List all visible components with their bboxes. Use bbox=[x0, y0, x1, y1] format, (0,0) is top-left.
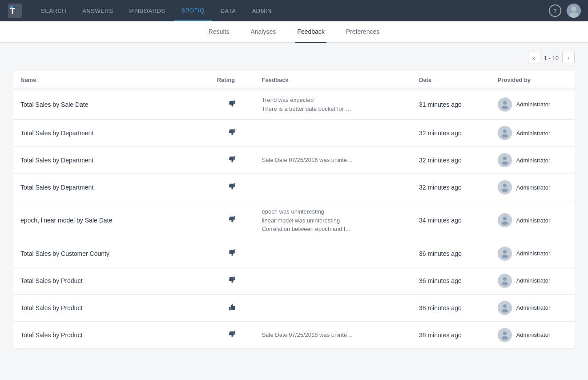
row-feedback-3 bbox=[255, 174, 412, 201]
provider-avatar bbox=[498, 153, 512, 167]
row-date-2: 32 minutes ago bbox=[412, 147, 491, 174]
thumbs-down-icon bbox=[228, 184, 236, 192]
col-header-provided-by: Provided by bbox=[491, 71, 575, 89]
feedback-line: linear model was uninteresting bbox=[262, 216, 405, 225]
svg-point-11 bbox=[503, 184, 507, 187]
feedback-line: epoch was uninteresting bbox=[262, 207, 405, 216]
nav-answers[interactable]: ANSWERS bbox=[75, 0, 120, 21]
feedback-table: Name Rating Feedback Date Provided by To… bbox=[13, 71, 575, 348]
row-rating-6 bbox=[210, 267, 255, 294]
provider-name: Administrator bbox=[516, 331, 551, 338]
nav-spotiq[interactable]: SPOTIQ bbox=[174, 0, 212, 21]
provider-avatar bbox=[498, 126, 512, 140]
row-name-4[interactable]: epoch, linear model by Sale Date bbox=[13, 201, 210, 240]
provider-avatar bbox=[498, 301, 512, 315]
main-content: ‹ 1 - 10 › Name Rating Feedback Date Pro… bbox=[0, 43, 588, 380]
user-avatar[interactable] bbox=[567, 4, 581, 18]
row-rating-2 bbox=[210, 147, 255, 174]
provider-name: Administrator bbox=[516, 184, 551, 191]
provider-name: Administrator bbox=[516, 250, 551, 257]
provider-name: Administrator bbox=[516, 130, 551, 137]
row-date-1: 32 minutes ago bbox=[412, 120, 491, 147]
table-row: Total Sales by Sale Date Trend was expec… bbox=[13, 89, 575, 120]
provider-avatar bbox=[498, 274, 512, 288]
feedback-line: There is a better date bucket for … bbox=[262, 105, 405, 113]
tab-analyses[interactable]: Analyses bbox=[249, 21, 278, 43]
col-header-feedback: Feedback bbox=[255, 71, 412, 89]
provider-avatar bbox=[498, 213, 512, 227]
pagination-bar: ‹ 1 - 10 › bbox=[13, 52, 575, 64]
help-button[interactable]: ? bbox=[549, 4, 561, 17]
feedback-line: Sale Date 07/25/2016 was uninte… bbox=[262, 331, 405, 340]
row-rating-1 bbox=[210, 120, 255, 147]
sub-nav: Results Analyses Feedback Preferences bbox=[0, 21, 588, 43]
thumbs-down-icon bbox=[228, 130, 236, 137]
provider-name: Administrator bbox=[516, 304, 551, 311]
row-name-3[interactable]: Total Sales by Department bbox=[13, 174, 210, 201]
prev-page-button[interactable]: ‹ bbox=[528, 52, 540, 64]
row-name-0[interactable]: Total Sales by Sale Date bbox=[13, 89, 210, 120]
row-date-0: 31 minutes ago bbox=[412, 89, 491, 120]
table-row: Total Sales by Product 38 minutes ago Ad… bbox=[13, 294, 575, 321]
row-rating-7 bbox=[210, 294, 255, 321]
row-feedback-1 bbox=[255, 120, 412, 147]
row-name-2[interactable]: Total Sales by Department bbox=[13, 147, 210, 174]
row-rating-4 bbox=[210, 201, 255, 240]
row-rating-3 bbox=[210, 174, 255, 201]
svg-point-19 bbox=[503, 304, 507, 307]
row-provided-by-5: Administrator bbox=[491, 240, 575, 267]
provider-name: Administrator bbox=[516, 157, 551, 164]
thumbs-down-icon bbox=[228, 278, 236, 285]
row-date-3: 32 minutes ago bbox=[412, 174, 491, 201]
row-feedback-8: Sale Date 07/25/2016 was uninte… bbox=[255, 321, 412, 348]
svg-point-3 bbox=[571, 6, 576, 12]
row-name-6[interactable]: Total Sales by Product bbox=[13, 267, 210, 294]
nav-admin[interactable]: ADMIN bbox=[245, 0, 278, 21]
table-row: Total Sales by Department Sale Date 07/2… bbox=[13, 147, 575, 174]
nav-data[interactable]: DATA bbox=[213, 0, 243, 21]
row-feedback-6 bbox=[255, 267, 412, 294]
row-provided-by-3: Administrator bbox=[491, 174, 575, 201]
row-provided-by-2: Administrator bbox=[491, 147, 575, 174]
provider-avatar bbox=[498, 97, 512, 112]
row-name-8[interactable]: Total Sales by Product bbox=[13, 321, 210, 348]
row-date-6: 36 minutes ago bbox=[412, 267, 491, 294]
svg-point-4 bbox=[569, 12, 578, 18]
tab-results[interactable]: Results bbox=[207, 21, 231, 43]
row-date-5: 36 minutes ago bbox=[412, 240, 491, 267]
row-provided-by-4: Administrator bbox=[491, 201, 575, 240]
page-label: 1 - 10 bbox=[544, 55, 559, 61]
app-logo[interactable]: T bbox=[7, 3, 23, 19]
row-date-4: 34 minutes ago bbox=[412, 201, 491, 240]
svg-point-18 bbox=[501, 282, 508, 285]
feedback-line: Correlation between epoch and l… bbox=[262, 225, 405, 234]
thumbs-down-icon bbox=[228, 251, 236, 258]
next-page-button[interactable]: › bbox=[562, 52, 575, 64]
row-name-1[interactable]: Total Sales by Department bbox=[13, 120, 210, 147]
svg-point-16 bbox=[501, 255, 508, 258]
provider-avatar bbox=[498, 247, 512, 261]
tab-preferences[interactable]: Preferences bbox=[344, 21, 381, 43]
thumbs-down-icon bbox=[228, 101, 236, 109]
svg-point-10 bbox=[501, 161, 508, 165]
row-date-8: 38 minutes ago bbox=[412, 321, 491, 348]
table-row: Total Sales by Customer County 36 minute… bbox=[13, 240, 575, 267]
svg-point-21 bbox=[503, 331, 507, 335]
thumbs-down-icon bbox=[228, 217, 236, 225]
col-header-rating: Rating bbox=[210, 71, 255, 89]
nav-search[interactable]: SEARCH bbox=[34, 0, 73, 21]
svg-point-14 bbox=[501, 222, 508, 225]
svg-point-9 bbox=[503, 157, 507, 160]
provider-avatar bbox=[498, 180, 512, 194]
svg-point-12 bbox=[501, 188, 508, 192]
row-feedback-2: Sale Date 07/25/2016 was uninte… bbox=[255, 147, 412, 174]
svg-point-8 bbox=[501, 134, 508, 137]
thumbs-up-icon bbox=[228, 305, 236, 312]
nav-pinboards[interactable]: PINBOARDS bbox=[122, 0, 172, 21]
row-name-5[interactable]: Total Sales by Customer County bbox=[13, 240, 210, 267]
tab-feedback[interactable]: Feedback bbox=[295, 21, 326, 43]
row-rating-5 bbox=[210, 240, 255, 267]
row-name-7[interactable]: Total Sales by Product bbox=[13, 294, 210, 321]
row-rating-8 bbox=[210, 321, 255, 348]
row-feedback-7 bbox=[255, 294, 412, 321]
